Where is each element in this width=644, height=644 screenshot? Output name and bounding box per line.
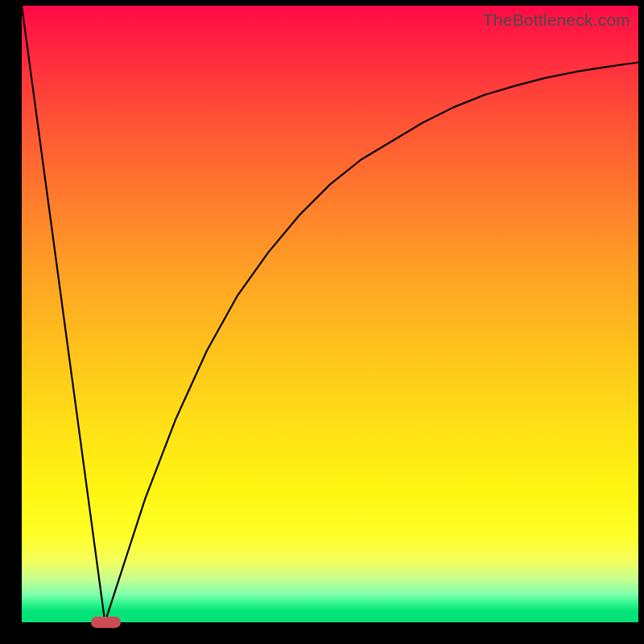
chart-frame: TheBottleneck.com: [0, 0, 644, 644]
curve-path: [22, 6, 638, 622]
chart-curves: [22, 6, 638, 622]
bottleneck-marker: [91, 617, 121, 628]
chart-plot-area: TheBottleneck.com: [22, 6, 638, 622]
